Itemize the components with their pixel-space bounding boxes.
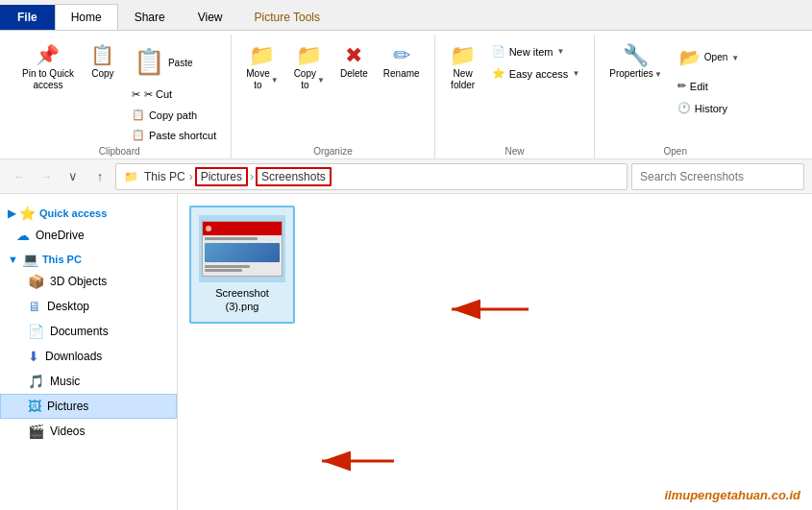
move-to-label: Moveto — [246, 68, 269, 91]
up-button[interactable]: ↑ — [88, 165, 111, 188]
copy-to-button[interactable]: 📁 Copyto ▼ — [287, 38, 332, 96]
sep2: › — [250, 170, 254, 183]
breadcrumb-screenshots[interactable]: Screenshots — [256, 167, 332, 186]
tab-home[interactable]: Home — [55, 4, 118, 30]
ribbon-group-organize: 📁 Moveto ▼ 📁 Copyto ▼ ✖ Delete — [232, 35, 434, 158]
ribbon-group-open: 🔧 Properties ▼ 📂 Open ▼ ✏ Edit 🕐 — [595, 35, 755, 158]
open-button[interactable]: 📂 Open ▼ — [671, 42, 748, 73]
properties-icon: 🔧 — [623, 43, 649, 68]
title-tabs: File Home Share View Picture Tools — [0, 0, 812, 31]
ribbon-group-clipboard: 📌 Pin to Quickaccess 📋 Copy 📋 Paste ✂ ✂ … — [8, 35, 232, 158]
content-area: Screenshot (3).png ilmupengetahuan.co.id — [178, 194, 812, 510]
music-label: Music — [50, 375, 80, 388]
copy-to-arrow: ▼ — [317, 76, 325, 85]
paste-shortcut-icon: 📋 — [132, 129, 145, 141]
breadcrumb-pictures[interactable]: Pictures — [195, 167, 248, 186]
properties-label: Properties — [609, 68, 653, 80]
easy-access-icon: ⭐ — [492, 67, 505, 80]
edit-button[interactable]: ✏ Edit — [671, 77, 748, 95]
back-button[interactable]: ← — [8, 165, 31, 188]
sidebar-item-downloads[interactable]: ⬇ Downloads — [0, 344, 177, 369]
sidebar-item-documents[interactable]: 📄 Documents — [0, 319, 177, 344]
tab-picture-tools[interactable]: Picture Tools — [239, 5, 335, 30]
thispc-label: This PC — [42, 254, 82, 265]
address-bar: ← → ∨ ↑ 📁 This PC › Pictures › Screensho… — [0, 159, 812, 194]
tab-view[interactable]: View — [182, 4, 239, 30]
file-name: Screenshot (3).png — [199, 286, 285, 314]
copy-to-icon: 📁 — [296, 43, 322, 68]
move-to-button[interactable]: 📁 Moveto ▼ — [239, 38, 284, 96]
pin-to-quick-access-button[interactable]: 📌 Pin to Quickaccess — [15, 38, 81, 96]
forward-button[interactable]: → — [35, 165, 58, 188]
address-path[interactable]: 📁 This PC › Pictures › Screenshots — [115, 163, 627, 190]
new-group-label: New — [443, 144, 587, 158]
new-folder-button[interactable]: 📁 Newfolder — [443, 38, 483, 96]
history-button[interactable]: 🕐 History — [671, 99, 748, 117]
mini-img — [205, 243, 280, 262]
mini-dot — [206, 226, 211, 231]
cut-icon: ✂ — [132, 88, 140, 101]
3dobjects-label: 3D Objects — [50, 275, 107, 288]
recent-locations-button[interactable]: ∨ — [62, 165, 85, 188]
documents-icon: 📄 — [28, 324, 44, 339]
pictures-icon: 🖼 — [28, 399, 41, 414]
copy-to-label: Copyto — [294, 68, 316, 91]
downloads-icon: ⬇ — [28, 349, 39, 364]
sidebar-item-videos[interactable]: 🎬 Videos — [0, 419, 177, 444]
search-input[interactable] — [631, 163, 804, 190]
rename-button[interactable]: ✏ Rename — [377, 38, 427, 85]
file-item-screenshot[interactable]: Screenshot (3).png — [189, 206, 295, 324]
sidebar-arrow-annotation — [178, 437, 399, 485]
sidebar-item-music[interactable]: 🎵 Music — [0, 369, 177, 394]
easy-access-label: Easy access — [509, 68, 569, 80]
documents-label: Documents — [50, 325, 109, 338]
file-arrow-annotation — [327, 271, 538, 348]
easy-access-button[interactable]: ⭐ Easy access ▼ — [485, 64, 587, 83]
paste-label: Paste — [168, 58, 193, 69]
organize-items: 📁 Moveto ▼ 📁 Copyto ▼ ✖ Delete — [239, 35, 426, 144]
new-item-label: New item — [509, 46, 554, 58]
clipboard-items: 📌 Pin to Quickaccess 📋 Copy 📋 Paste ✂ ✂ … — [15, 35, 223, 144]
sidebar-item-3dobjects[interactable]: 📦 3D Objects — [0, 269, 177, 294]
mini-line1 — [205, 237, 258, 240]
open-label: Open — [704, 52, 727, 63]
properties-button[interactable]: 🔧 Properties ▼ — [603, 38, 669, 85]
organize-label: Organize — [239, 144, 426, 158]
breadcrumb-thispc[interactable]: This PC — [142, 170, 187, 183]
clipboard-label: Clipboard — [15, 144, 223, 158]
mini-screenshot — [202, 221, 283, 277]
open-icon: 📂 — [679, 47, 701, 68]
quick-access-label: Quick access — [39, 207, 107, 219]
ribbon: 📌 Pin to Quickaccess 📋 Copy 📋 Paste ✂ ✂ … — [0, 31, 812, 159]
sidebar-item-desktop[interactable]: 🖥 Desktop — [0, 294, 177, 319]
onedrive-icon: ☁ — [16, 228, 30, 243]
history-label: History — [695, 103, 727, 114]
paste-shortcut-button[interactable]: 📋 Paste shortcut — [125, 126, 223, 144]
pin-label: Pin to Quickaccess — [22, 68, 74, 91]
rename-icon: ✏ — [393, 43, 410, 68]
sidebar-item-onedrive[interactable]: ☁ OneDrive — [0, 223, 177, 248]
sidebar-item-pictures[interactable]: 🖼 Pictures — [0, 394, 177, 419]
new-folder-icon: 📁 — [450, 43, 476, 68]
music-icon: 🎵 — [28, 374, 44, 389]
open-arrow: ▼ — [731, 54, 739, 62]
3dobjects-icon: 📦 — [28, 274, 44, 289]
desktop-label: Desktop — [47, 300, 89, 313]
thispc-expand-icon: ▼ — [8, 254, 18, 265]
delete-button[interactable]: ✖ Delete — [333, 38, 375, 85]
new-item-button[interactable]: 📄 New item ▼ — [485, 42, 587, 61]
sidebar-section-quick-access[interactable]: ▶ ⭐ Quick access — [0, 202, 177, 223]
edit-label: Edit — [690, 81, 708, 92]
tab-file[interactable]: File — [0, 5, 55, 30]
mini-line2 — [205, 265, 250, 268]
onedrive-label: OneDrive — [36, 229, 85, 242]
mini-body — [203, 235, 282, 274]
sidebar-section-thispc[interactable]: ▼ 💻 This PC — [0, 248, 177, 269]
cut-button[interactable]: ✂ ✂ Cut — [125, 85, 223, 104]
tab-share[interactable]: Share — [118, 4, 182, 30]
copy-path-button[interactable]: 📋 Copy path — [125, 106, 223, 124]
ribbon-group-new: 📁 Newfolder 📄 New item ▼ ⭐ Easy access ▼… — [435, 35, 596, 158]
copy-button[interactable]: 📋 Copy — [83, 38, 123, 85]
paste-button[interactable]: 📋 Paste — [125, 42, 223, 84]
paste-shortcut-label: Paste shortcut — [149, 130, 216, 141]
